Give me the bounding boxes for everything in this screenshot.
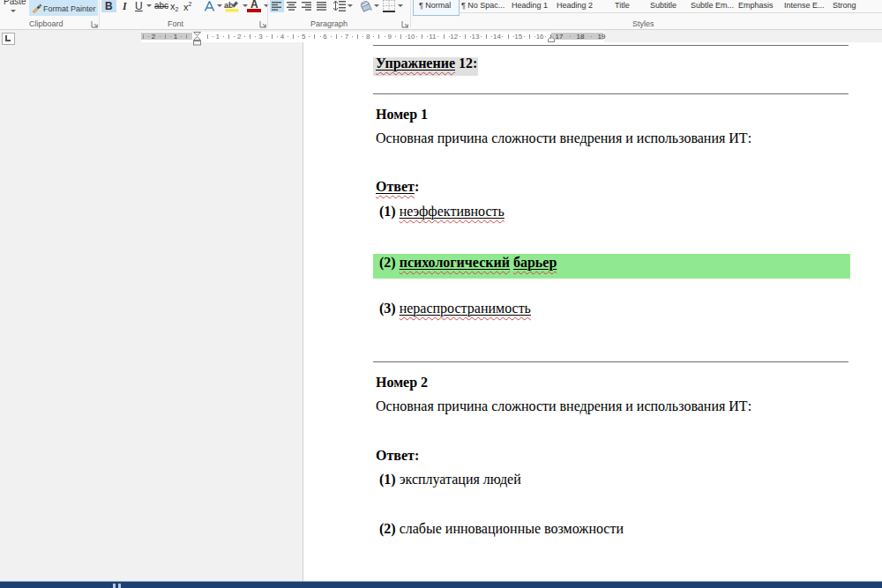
svg-text:ab: ab xyxy=(224,1,234,10)
